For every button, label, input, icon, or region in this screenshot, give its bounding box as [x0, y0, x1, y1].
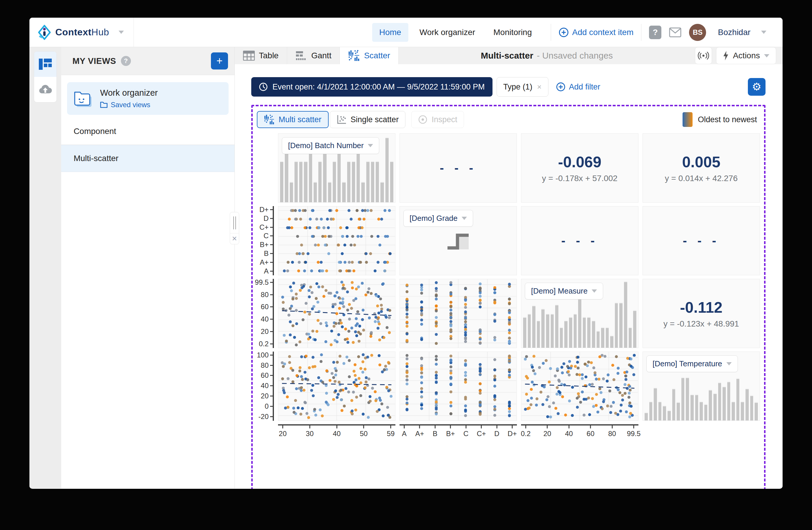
splitter-drag-handle[interactable] — [230, 212, 239, 234]
tab-gantt[interactable]: Gantt — [287, 47, 340, 64]
x-tick-label: D+ — [508, 430, 517, 438]
scatter-region: Multi scatter Single scatter Inspect Old… — [251, 105, 766, 489]
single-scatter-icon — [336, 114, 347, 125]
matrix-cell-r2c4-dashes: - - - — [642, 206, 760, 275]
help-icon[interactable]: ? — [649, 26, 661, 39]
workspace-title: Work organizer — [100, 88, 158, 98]
folder-smiley-icon — [74, 90, 93, 108]
user-chevron-down-icon[interactable] — [761, 31, 766, 34]
splitter-close-icon[interactable]: ✕ — [230, 234, 239, 244]
x-tick-label: B+ — [446, 430, 455, 438]
sidebar-item-multi-scatter[interactable]: Multi-scatter — [61, 145, 234, 172]
scatter-matrix-icon — [348, 50, 360, 61]
axis-corner — [257, 424, 274, 489]
tab-scatter[interactable]: Scatter — [340, 47, 398, 64]
saved-views-link[interactable]: Saved views — [100, 101, 158, 109]
y-tick-label: -20 — [258, 413, 269, 421]
multi-scatter-toggle[interactable]: Multi scatter — [257, 111, 329, 128]
matrix-cell-r4c4-hist[interactable]: [Demo] Temperature — [642, 351, 760, 421]
workspace-card-text: Work organizer Saved views — [100, 88, 158, 109]
y-tick-label: A+ — [260, 258, 269, 266]
y-axis-row-3: 99.5806040200.2 — [257, 279, 274, 348]
actions-button[interactable]: Actions — [716, 47, 776, 64]
broadcast-button[interactable] — [695, 47, 712, 64]
x-tick-label: 99.5 — [627, 430, 641, 438]
correlation-value: -0.112 — [680, 298, 723, 316]
y-axis-row-4: 100806040200-20 — [257, 351, 274, 421]
y-tick-label: C+ — [260, 223, 269, 232]
type-filter-pill[interactable]: Type (1) × — [497, 77, 548, 97]
y-tick-label: 80 — [261, 291, 269, 299]
app-window: ContextHub Home Work organizer Monitorin… — [29, 18, 783, 489]
folder-icon — [100, 101, 108, 108]
y-tick-label: 40 — [261, 315, 269, 323]
cloud-upload-icon — [39, 84, 52, 95]
matrix-cell-r1c3-corr: -0.069y = -0.178x + 57.002 — [521, 134, 638, 203]
x-tick-label: 30 — [306, 430, 314, 438]
y-tick-label: 20 — [261, 327, 269, 336]
add-filter-button[interactable]: Add filter — [556, 82, 600, 92]
regression-equation: y = -0.178x + 57.002 — [542, 174, 618, 183]
x-tick-label: A — [402, 430, 407, 438]
y-tick-label: 60 — [261, 371, 269, 379]
nav-item-home[interactable]: Home — [372, 23, 408, 42]
event-filter-pill[interactable]: Event open: 4/1/2021 12:00:00 AM — 9/5/2… — [251, 77, 493, 97]
sidebar-splitter: ✕ — [230, 212, 239, 245]
user-name[interactable]: Bozhidar — [718, 28, 751, 37]
divider — [551, 24, 551, 41]
matrix-cell-r4c3-scatter[interactable] — [521, 351, 638, 421]
variable-dropdown[interactable]: [Demo] Measure — [525, 283, 603, 299]
x-axis-col-2: AA+BB+CC+DD+ — [400, 424, 517, 436]
views-panel-button[interactable] — [34, 52, 57, 77]
x-axis-col-3: 0.22040608099.5 — [521, 424, 638, 436]
settings-button[interactable]: ⚙ — [748, 78, 766, 96]
y-tick-label: 60 — [261, 303, 269, 311]
x-tick-label: 40 — [565, 430, 573, 438]
sidebar: MY VIEWS ? + Work organizer — [61, 47, 235, 488]
main-panel: Table Gantt Scatter Multi-scatter- Unsav… — [235, 47, 783, 488]
y-tick-label: 100 — [257, 351, 269, 359]
matrix-cell-r3c1-scatter[interactable] — [278, 279, 395, 348]
nav-item-work-organizer[interactable]: Work organizer — [412, 23, 482, 42]
add-context-item-button[interactable]: Add context item — [559, 27, 634, 38]
sidebar-title: MY VIEWS — [72, 56, 116, 66]
mail-icon[interactable] — [669, 27, 681, 38]
sidebar-help-icon[interactable]: ? — [121, 56, 131, 66]
matrix-cell-r4c1-scatter[interactable] — [278, 351, 395, 421]
y-tick-label: 80 — [261, 361, 269, 369]
single-scatter-toggle[interactable]: Single scatter — [330, 111, 406, 128]
x-tick-label: A+ — [415, 430, 424, 438]
remove-filter-icon[interactable]: × — [537, 82, 542, 92]
matrix-cell-r2c2-step: [Demo] Grade — [400, 206, 517, 275]
logo-text: ContextHub — [55, 27, 109, 38]
matrix-cell-r3c4-corr: -0.112y = -0.123x + 48.991 — [642, 279, 760, 348]
matrix-cell-r1c1-hist[interactable]: [Demo] Batch Number — [278, 134, 395, 203]
x-axis-col-1: 2030405059 — [278, 424, 395, 436]
variable-dropdown[interactable]: [Demo] Temperature — [647, 355, 738, 372]
upload-panel-button[interactable] — [34, 77, 57, 102]
logo-chevron-down-icon[interactable] — [119, 31, 124, 34]
inspect-toggle[interactable]: Inspect — [411, 111, 464, 128]
y-tick-label: B+ — [260, 240, 269, 249]
left-rail — [29, 47, 61, 488]
no-correlation-placeholder: - - - — [440, 161, 477, 175]
logo-section[interactable]: ContextHub — [29, 18, 134, 47]
user-avatar[interactable]: BS — [689, 24, 706, 41]
matrix-cell-r4c2-scatter[interactable] — [400, 351, 517, 421]
variable-dropdown[interactable]: [Demo] Batch Number — [282, 137, 379, 154]
sidebar-header: MY VIEWS ? + — [61, 47, 234, 75]
no-correlation-placeholder: - - - — [683, 234, 720, 248]
tab-table[interactable]: Table — [234, 47, 287, 64]
divider — [641, 24, 641, 41]
sidebar-item-component[interactable]: Component — [61, 118, 234, 145]
matrix-cell-r3c2-scatter[interactable] — [400, 279, 517, 348]
legend-label: Oldest to newest — [698, 115, 757, 124]
workspace-card[interactable]: Work organizer Saved views — [67, 82, 229, 115]
matrix-cell-r3c3-hist[interactable]: [Demo] Measure — [521, 279, 638, 348]
matrix-cell-r2c1-scatter[interactable] — [278, 206, 395, 275]
y-tick-label: D+ — [260, 206, 269, 214]
broadcast-icon — [698, 51, 709, 60]
variable-dropdown[interactable]: [Demo] Grade — [403, 210, 473, 227]
add-view-button[interactable]: + — [211, 52, 228, 69]
nav-item-monitoring[interactable]: Monitoring — [486, 23, 539, 42]
